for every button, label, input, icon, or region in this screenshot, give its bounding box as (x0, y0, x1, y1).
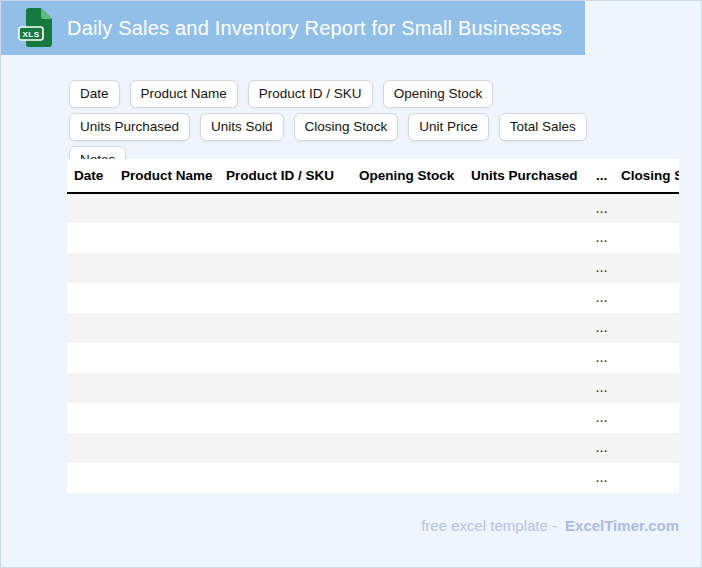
table-cell (67, 463, 121, 493)
table-row: ... (67, 193, 679, 223)
table-cell (359, 283, 471, 313)
table-cell (67, 373, 121, 403)
table-cell (471, 283, 593, 313)
table-row: ... (67, 283, 679, 313)
table-cell: ... (593, 463, 621, 493)
table-row: ... (67, 403, 679, 433)
chip-date[interactable]: Date (69, 80, 120, 108)
table-cell (359, 313, 471, 343)
table-cell (67, 283, 121, 313)
table-cell (471, 313, 593, 343)
table-cell: ... (593, 253, 621, 283)
page: XLS Daily Sales and Inventory Report for… (0, 0, 702, 568)
table-cell (226, 223, 359, 253)
table-cell (226, 313, 359, 343)
table-cell (621, 313, 679, 343)
table-cell (226, 403, 359, 433)
chip-product-name[interactable]: Product Name (130, 80, 238, 108)
table-cell (67, 403, 121, 433)
chip-units-purchased[interactable]: Units Purchased (69, 113, 190, 141)
table-cell (67, 253, 121, 283)
table-cell (121, 253, 226, 283)
title-banner: XLS Daily Sales and Inventory Report for… (1, 1, 585, 55)
folded-corner (41, 8, 52, 19)
table-cell (621, 223, 679, 253)
chip-total-sales[interactable]: Total Sales (499, 113, 587, 141)
table-cell (226, 283, 359, 313)
table-cell (359, 373, 471, 403)
table-cell: ... (593, 193, 621, 223)
table-cell: ... (593, 403, 621, 433)
table-cell (471, 463, 593, 493)
table-cell (226, 193, 359, 223)
table-cell (121, 343, 226, 373)
footer: free excel template -ExcelTimer.com (421, 517, 679, 534)
table-cell (121, 373, 226, 403)
table-cell: ... (593, 343, 621, 373)
table-row: ... (67, 433, 679, 463)
table-row: ... (67, 223, 679, 253)
table-cell (67, 433, 121, 463)
table-cell (226, 343, 359, 373)
table-header-row: DateProduct NameProduct ID / SKUOpening … (67, 159, 679, 193)
table-cell (226, 433, 359, 463)
chip-opening-stock[interactable]: Opening Stock (383, 80, 494, 108)
table-cell (67, 313, 121, 343)
column-header-product-id-sku: Product ID / SKU (226, 159, 359, 193)
column-header-product-name: Product Name (121, 159, 226, 193)
table-cell (226, 373, 359, 403)
table-cell (121, 283, 226, 313)
table-cell (359, 463, 471, 493)
table-cell (471, 223, 593, 253)
table-cell (471, 433, 593, 463)
report-table: DateProduct NameProduct ID / SKUOpening … (67, 159, 679, 493)
table-cell (621, 193, 679, 223)
table-row: ... (67, 313, 679, 343)
table-cell (471, 343, 593, 373)
chip-units-sold[interactable]: Units Sold (200, 113, 284, 141)
table-cell (621, 283, 679, 313)
table-row: ... (67, 253, 679, 283)
xls-file-icon: XLS (17, 7, 54, 49)
chip-product-id-sku[interactable]: Product ID / SKU (248, 80, 373, 108)
table-cell (471, 193, 593, 223)
table-cell (621, 463, 679, 493)
column-header-date: Date (67, 159, 121, 193)
table-cell (621, 433, 679, 463)
table-cell: ... (593, 223, 621, 253)
footer-text: free excel template - (421, 517, 557, 534)
table-cell (621, 403, 679, 433)
page-title: Daily Sales and Inventory Report for Sma… (67, 17, 562, 40)
column-header-opening-stock: Opening Stock (359, 159, 471, 193)
report-table-container: DateProduct NameProduct ID / SKUOpening … (67, 159, 679, 493)
chip-closing-stock[interactable]: Closing Stock (294, 113, 399, 141)
table-cell (121, 313, 226, 343)
table-cell (621, 343, 679, 373)
table-row: ... (67, 343, 679, 373)
table-cell (471, 403, 593, 433)
table-cell (121, 403, 226, 433)
column-header-more: ... (593, 159, 621, 193)
table-cell (359, 253, 471, 283)
table-cell (621, 373, 679, 403)
table-cell (226, 253, 359, 283)
table-body: .............................. (67, 193, 679, 493)
table-cell (359, 433, 471, 463)
table-cell (226, 463, 359, 493)
table-cell: ... (593, 313, 621, 343)
table-cell (121, 463, 226, 493)
table-cell (359, 223, 471, 253)
table-cell (67, 193, 121, 223)
table-cell: ... (593, 373, 621, 403)
table-cell: ... (593, 283, 621, 313)
table-cell: ... (593, 433, 621, 463)
xls-badge-label: XLS (22, 30, 39, 39)
footer-brand-link[interactable]: ExcelTimer.com (565, 517, 679, 534)
table-cell (121, 193, 226, 223)
column-header-closing-stock: Closing Stock (621, 159, 679, 193)
table-row: ... (67, 463, 679, 493)
table-cell (67, 343, 121, 373)
table-cell (621, 253, 679, 283)
chip-unit-price[interactable]: Unit Price (408, 113, 489, 141)
table-cell (67, 223, 121, 253)
